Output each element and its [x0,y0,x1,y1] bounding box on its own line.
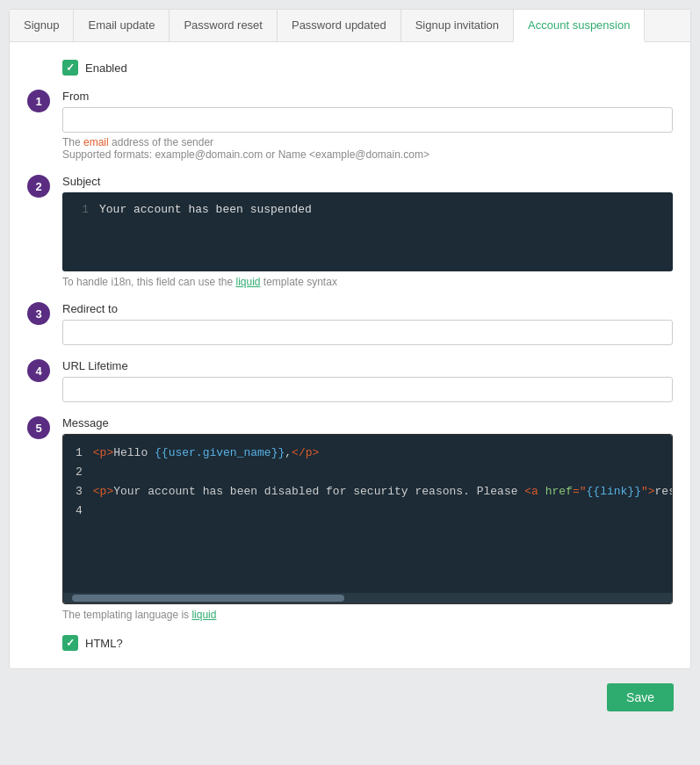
redirect-input[interactable] [62,320,673,345]
tab-content: Enabled 1 From The email address of the … [10,42,690,668]
section-redirect-outer: 3 Redirect to [27,302,673,345]
from-input[interactable] [62,107,673,133]
subject-code-line: 1 Your account has been suspended [75,201,660,220]
message-label: Message [62,416,673,429]
from-helper: The email address of the sender Supporte… [62,136,673,161]
redirect-label: Redirect to [62,302,673,315]
subject-liquid-link[interactable]: liquid [235,276,260,288]
section-number-2: 2 [27,175,50,198]
subject-label: Subject [62,175,673,188]
url-lifetime-label: URL Lifetime [62,359,673,372]
section-from-outer: 1 From The email address of the sender S… [27,90,673,161]
message-line-4: 4 [76,502,660,521]
page-wrapper: Signup Email update Password reset Passw… [0,0,700,747]
tab-account-suspension[interactable]: Account suspension [514,10,645,42]
enabled-checkbox[interactable] [62,60,78,76]
from-label: From [62,90,673,103]
message-template-hint: The templating language is liquid [62,609,673,621]
message-line-1: 1 <p>Hello {{user.given_name}},</p> [76,444,660,463]
tab-signup[interactable]: Signup [10,10,74,41]
section-number-5: 5 [27,416,50,439]
message-line-3: 3 <p>Your account has been disabled for … [76,482,660,502]
url-lifetime-input[interactable] [62,377,673,402]
section-redirect: 3 Redirect to [62,302,673,345]
section-subject: 2 Subject 1 Your account has been suspen… [62,175,673,288]
html-row: HTML? [62,635,673,651]
section-message-outer: 5 Message 1 <p>Hello {{user.given_name}}… [27,416,673,621]
section-url-lifetime: 4 URL Lifetime [62,359,673,402]
tab-email-update[interactable]: Email update [74,10,170,41]
tab-password-updated[interactable]: Password updated [278,10,401,41]
section-subject-outer: 2 Subject 1 Your account has been suspen… [27,175,673,288]
section-from: 1 From The email address of the sender S… [62,90,673,161]
message-editor[interactable]: 1 <p>Hello {{user.given_name}},</p> 2 3 … [63,435,672,593]
section-number-3: 3 [27,302,50,325]
message-scrollbar[interactable] [63,593,672,603]
tabs-header: Signup Email update Password reset Passw… [10,10,690,42]
message-editor-wrap: 1 <p>Hello {{user.given_name}},</p> 2 3 … [62,434,673,604]
section-message: 5 Message 1 <p>Hello {{user.given_name}}… [62,416,673,621]
subject-template-hint: To handle i18n, this field can use the l… [62,276,673,288]
message-line-2: 2 [76,463,660,482]
subject-code-editor[interactable]: 1 Your account has been suspended [62,192,673,271]
tab-signup-invitation[interactable]: Signup invitation [401,10,514,41]
enabled-label: Enabled [85,61,127,75]
save-button[interactable]: Save [607,683,674,711]
html-label: HTML? [85,637,123,650]
save-bar: Save [9,675,691,720]
scrollbar-thumb [72,595,344,602]
section-url-lifetime-outer: 4 URL Lifetime [27,359,673,402]
message-liquid-link[interactable]: liquid [191,609,216,621]
html-checkbox[interactable] [62,635,78,651]
enabled-row: Enabled [62,60,673,76]
section-number-4: 4 [27,359,50,382]
tab-password-reset[interactable]: Password reset [170,10,278,41]
section-number-1: 1 [27,90,50,112]
tabs-container: Signup Email update Password reset Passw… [9,9,691,669]
